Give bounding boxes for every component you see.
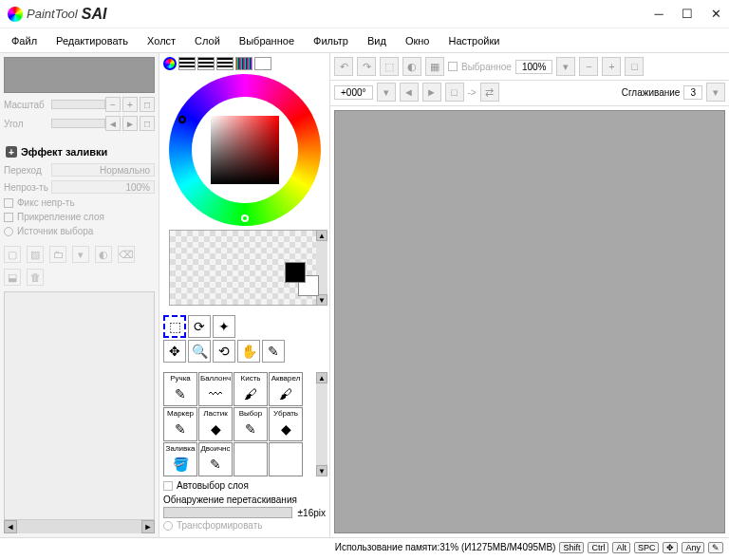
rotate-ccw-button[interactable]: ◄ bbox=[400, 83, 419, 102]
swatch-scroll-up[interactable]: ▲ bbox=[316, 230, 327, 241]
zoom-in-button[interactable]: + bbox=[602, 57, 621, 76]
drag-slider[interactable] bbox=[163, 507, 292, 518]
clip-layer-label: Прикрепление слоя bbox=[17, 212, 104, 222]
brush-select[interactable]: Выбор✎ bbox=[234, 407, 268, 441]
brush-deselect[interactable]: Убрать◆ bbox=[269, 407, 303, 441]
delete-button[interactable]: 🗑 bbox=[27, 269, 44, 286]
key-ctrl: Ctrl bbox=[588, 542, 608, 553]
brush-scroll-down[interactable]: ▼ bbox=[316, 465, 327, 476]
brush-pen[interactable]: Ручка✎ bbox=[163, 372, 197, 406]
smoothing-value[interactable]: 3 bbox=[683, 85, 702, 100]
swatch-tab[interactable] bbox=[235, 57, 252, 70]
scale-down-button[interactable]: − bbox=[105, 97, 121, 112]
hsv-slider-tab[interactable] bbox=[197, 57, 215, 70]
layer-list[interactable] bbox=[4, 291, 155, 520]
angle-value[interactable]: +000° bbox=[334, 85, 373, 100]
scratchpad-tab[interactable] bbox=[254, 57, 271, 70]
rotate-cw-button[interactable]: ► bbox=[422, 83, 441, 102]
key-any: Any bbox=[682, 542, 704, 553]
menu-canvas[interactable]: Холст bbox=[147, 35, 176, 47]
brush-brush[interactable]: Кисть🖌 bbox=[234, 372, 268, 406]
deselect-button[interactable]: ⬚ bbox=[380, 57, 399, 76]
menu-view[interactable]: Вид bbox=[367, 35, 386, 47]
undo-button[interactable]: ↶ bbox=[334, 57, 353, 76]
mixer-tab[interactable] bbox=[216, 57, 234, 70]
merge-button[interactable]: ⬓ bbox=[4, 269, 21, 286]
scale-slider[interactable] bbox=[51, 100, 105, 109]
rotate-tool[interactable]: ⟲ bbox=[213, 340, 235, 363]
wand-tool[interactable]: ✦ bbox=[213, 315, 235, 338]
menu-file[interactable]: Файл bbox=[11, 35, 37, 47]
blend-select[interactable]: Нормально bbox=[51, 163, 155, 177]
lasso-tool[interactable]: ⟳ bbox=[188, 315, 211, 338]
menu-layer[interactable]: Слой bbox=[195, 35, 220, 47]
clear-button[interactable]: ⌫ bbox=[118, 246, 135, 263]
brush-water[interactable]: Акварел🖌 bbox=[269, 372, 303, 406]
canvas[interactable] bbox=[334, 110, 725, 533]
brush-grid: Ручка✎ Баллонч〰 Кисть🖌 Акварел🖌 Маркер✎ … bbox=[163, 372, 326, 476]
left-hscroll[interactable]: ◄ ► bbox=[4, 520, 155, 533]
zoom-fit-button[interactable]: □ bbox=[625, 57, 644, 76]
angle-reset-button[interactable]: □ bbox=[140, 116, 155, 131]
redo-button[interactable]: ↷ bbox=[357, 57, 376, 76]
brush-airbrush[interactable]: Баллонч〰 bbox=[198, 372, 233, 406]
fg-color-swatch[interactable] bbox=[285, 262, 306, 283]
brush-empty-1[interactable] bbox=[234, 442, 268, 476]
new-folder-button[interactable]: 🗀 bbox=[49, 246, 66, 263]
clip-layer-checkbox[interactable] bbox=[4, 213, 13, 222]
menu-filter[interactable]: Фильтр bbox=[313, 35, 348, 47]
fix-opacity-checkbox[interactable] bbox=[4, 198, 13, 208]
show-sel-button[interactable]: ▦ bbox=[425, 57, 444, 76]
scale-reset-button[interactable]: □ bbox=[140, 97, 155, 112]
sv-picker[interactable] bbox=[211, 116, 279, 184]
brush-scroll[interactable]: ▲ ▼ bbox=[316, 372, 327, 476]
menu-settings[interactable]: Настройки bbox=[448, 35, 499, 47]
maximize-button[interactable]: ☐ bbox=[682, 9, 693, 20]
brush-empty-2[interactable] bbox=[269, 442, 303, 476]
angle-cw-button[interactable]: ► bbox=[122, 116, 138, 131]
angle-reset-button-2[interactable]: □ bbox=[445, 83, 464, 102]
brush-binary[interactable]: Двоичнс✎ bbox=[198, 442, 233, 476]
opacity-slider[interactable]: 100% bbox=[51, 180, 155, 194]
angle-label: Угол bbox=[4, 119, 51, 129]
angle-ccw-button[interactable]: ◄ bbox=[105, 116, 121, 131]
selected-checkbox[interactable] bbox=[448, 62, 458, 71]
minimize-button[interactable]: ─ bbox=[653, 9, 664, 20]
menu-window[interactable]: Окно bbox=[405, 35, 430, 47]
brush-scroll-up[interactable]: ▲ bbox=[316, 372, 327, 383]
zoom-value[interactable]: 100% bbox=[515, 60, 553, 74]
transform-radio[interactable] bbox=[163, 521, 173, 531]
eyedropper-tool[interactable]: ✎ bbox=[262, 340, 285, 363]
brush-eraser[interactable]: Ластик◆ bbox=[198, 407, 233, 441]
hue-marker[interactable] bbox=[178, 116, 186, 123]
close-button[interactable]: ✕ bbox=[710, 9, 721, 20]
menu-edit[interactable]: Редактировать bbox=[56, 35, 128, 47]
hand-tool[interactable]: ✋ bbox=[237, 340, 260, 363]
color-wheel[interactable] bbox=[169, 74, 321, 226]
angle-dropdown[interactable]: ▾ bbox=[377, 83, 396, 102]
brush-bucket[interactable]: Заливка🪣 bbox=[163, 442, 197, 476]
down-button[interactable]: ▾ bbox=[72, 246, 89, 263]
scale-up-button[interactable]: + bbox=[122, 97, 138, 112]
flip-button[interactable]: ⇄ bbox=[480, 83, 499, 102]
mask-button[interactable]: ◐ bbox=[95, 246, 112, 263]
selection-src-radio[interactable] bbox=[4, 227, 13, 236]
auto-layer-checkbox[interactable] bbox=[163, 481, 173, 491]
smoothing-dropdown[interactable]: ▾ bbox=[706, 83, 725, 102]
brush-marker[interactable]: Маркер✎ bbox=[163, 407, 197, 441]
angle-slider[interactable] bbox=[51, 119, 105, 128]
new-layer-button[interactable]: ▢ bbox=[4, 246, 21, 263]
marquee-tool[interactable]: ⬚ bbox=[163, 315, 186, 338]
zoom-tool[interactable]: 🔍 bbox=[188, 340, 211, 363]
menu-selection[interactable]: Выбранное bbox=[239, 35, 294, 47]
rgb-slider-tab[interactable] bbox=[178, 57, 196, 70]
color-wheel-tab[interactable] bbox=[163, 57, 177, 70]
navigator-preview[interactable] bbox=[4, 57, 155, 93]
zoom-out-button[interactable]: − bbox=[579, 57, 598, 76]
move-tool[interactable]: ✥ bbox=[163, 340, 186, 363]
hscroll-right-arrow[interactable]: ► bbox=[141, 520, 155, 533]
invert-button[interactable]: ◐ bbox=[402, 57, 421, 76]
zoom-dropdown[interactable]: ▾ bbox=[556, 57, 575, 76]
hscroll-left-arrow[interactable]: ◄ bbox=[4, 520, 17, 533]
new-linework-button[interactable]: ▨ bbox=[27, 246, 44, 263]
